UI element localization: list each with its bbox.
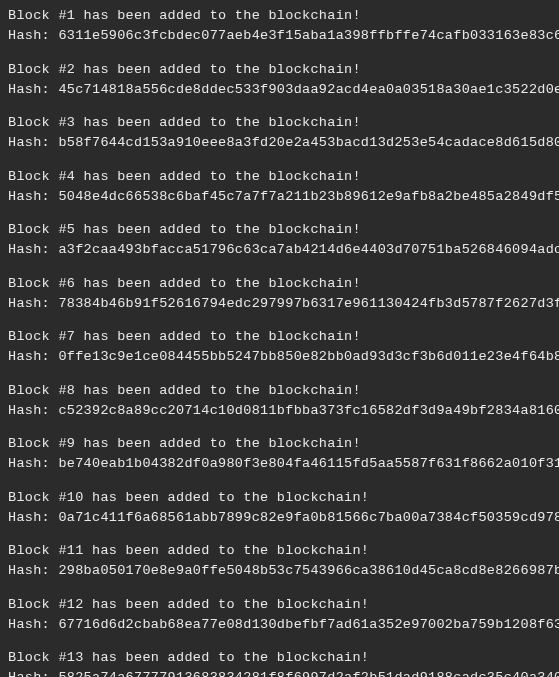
block-entry: Block #1 has been added to the blockchai… (8, 6, 551, 47)
block-entry: Block #7 has been added to the blockchai… (8, 327, 551, 368)
block-added-line: Block #3 has been added to the blockchai… (8, 113, 551, 133)
hash-line: Hash: 0a71c411f6a68561abb7899c82e9fa0b81… (8, 508, 551, 528)
block-added-line: Block #7 has been added to the blockchai… (8, 327, 551, 347)
hash-line: Hash: 67716d6d2cbab68ea77e08d130dbefbf7a… (8, 615, 551, 635)
hash-line: Hash: b58f7644cd153a910eee8a3fd20e2a453b… (8, 133, 551, 153)
block-added-line: Block #4 has been added to the blockchai… (8, 167, 551, 187)
block-added-line: Block #9 has been added to the blockchai… (8, 434, 551, 454)
terminal-output: Block #1 has been added to the blockchai… (8, 6, 551, 677)
block-entry: Block #5 has been added to the blockchai… (8, 220, 551, 261)
block-added-line: Block #13 has been added to the blockcha… (8, 648, 551, 668)
hash-line: Hash: 298ba050170e8e9a0ffe5048b53c754396… (8, 561, 551, 581)
block-added-line: Block #1 has been added to the blockchai… (8, 6, 551, 26)
block-entry: Block #9 has been added to the blockchai… (8, 434, 551, 475)
hash-line: Hash: 45c714818a556cde8ddec533f903daa92a… (8, 80, 551, 100)
hash-line: Hash: c52392c8a89cc20714c10d0811bfbba373… (8, 401, 551, 421)
hash-line: Hash: 0ffe13c9e1ce084455bb5247bb850e82bb… (8, 347, 551, 367)
hash-line: Hash: 78384b46b91f52616794edc297997b6317… (8, 294, 551, 314)
block-entry: Block #2 has been added to the blockchai… (8, 60, 551, 101)
block-added-line: Block #11 has been added to the blockcha… (8, 541, 551, 561)
block-entry: Block #10 has been added to the blockcha… (8, 488, 551, 529)
block-entry: Block #6 has been added to the blockchai… (8, 274, 551, 315)
hash-line: Hash: 5048e4dc66538c6baf45c7a7f7a211b23b… (8, 187, 551, 207)
block-added-line: Block #5 has been added to the blockchai… (8, 220, 551, 240)
block-entry: Block #12 has been added to the blockcha… (8, 595, 551, 636)
block-entry: Block #8 has been added to the blockchai… (8, 381, 551, 422)
block-added-line: Block #12 has been added to the blockcha… (8, 595, 551, 615)
block-added-line: Block #6 has been added to the blockchai… (8, 274, 551, 294)
hash-line: Hash: a3f2caa493bfacca51796c63ca7ab4214d… (8, 240, 551, 260)
block-entry: Block #4 has been added to the blockchai… (8, 167, 551, 208)
hash-line: Hash: be740eab1b04382df0a980f3e804fa4611… (8, 454, 551, 474)
block-entry: Block #11 has been added to the blockcha… (8, 541, 551, 582)
hash-line: Hash: 6311e5906c3fcbdec077aeb4e3f15aba1a… (8, 26, 551, 46)
block-added-line: Block #2 has been added to the blockchai… (8, 60, 551, 80)
block-entry: Block #13 has been added to the blockcha… (8, 648, 551, 677)
hash-line: Hash: 5825a74a67777913683834281f8f6997d2… (8, 668, 551, 677)
block-added-line: Block #10 has been added to the blockcha… (8, 488, 551, 508)
block-entry: Block #3 has been added to the blockchai… (8, 113, 551, 154)
block-added-line: Block #8 has been added to the blockchai… (8, 381, 551, 401)
